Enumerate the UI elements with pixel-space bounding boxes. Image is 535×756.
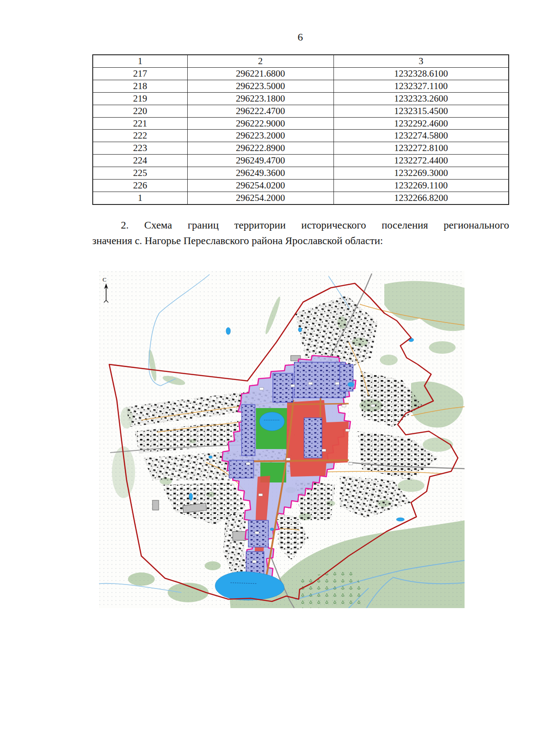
table-header: 1 [93,55,187,67]
table-header: 2 [187,55,333,67]
table-cell: 1232269.1100 [333,180,509,192]
table-row: 217296221.68001232328.6100 [93,67,509,80]
table-row: 224296249.47001232272.4400 [93,155,509,167]
caption-line: 2. Схема границ территории исторического… [92,217,509,233]
coordinates-table: 1 2 3 217296221.68001232328.6100 2182962… [92,54,509,205]
table-cell: 1232274.5800 [333,130,509,142]
table-header: 3 [333,55,509,67]
settlement-map-figure: С [99,271,465,608]
table-cell: 296222.9000 [187,117,333,130]
document-page: 6 1 2 3 217296221.68001232328.6100 21829… [0,0,535,756]
table-cell: 296254.0200 [187,180,333,192]
table-cell: 226 [93,180,187,192]
table-cell: 1232328.6100 [333,67,509,80]
table-cell: 1232327.1100 [333,80,509,92]
small-pond [226,327,230,335]
table-cell: 1232323.2600 [333,92,509,105]
table-row: 222296223.20001232274.5800 [93,130,509,142]
table-cell: 1232315.4500 [333,105,509,117]
table-header-row: 1 2 3 [93,55,509,67]
table-cell: 1232269.3000 [333,167,509,180]
table-cell: 296222.8900 [187,142,333,155]
table-row: 1296254.20001232266.8200 [93,192,509,204]
table-cell: 220 [93,105,187,117]
table-cell: 296223.2000 [187,130,333,142]
table-cell: 223 [93,142,187,155]
table-cell: 296223.1800 [187,92,333,105]
table-cell: 224 [93,155,187,167]
table-row: 220296222.47001232315.4500 [93,105,509,117]
caption-line: значения с. Нагорье Переславского района… [92,233,509,249]
table-cell: 296249.4700 [187,155,333,167]
table-cell: 296254.2000 [187,192,333,204]
table-cell: 296223.5000 [187,80,333,92]
table-cell: 218 [93,80,187,92]
table-row: 225296249.36001232269.3000 [93,167,509,180]
table-cell: 221 [93,117,187,130]
table-cell: 1232292.4600 [333,117,509,130]
table-cell: 219 [93,92,187,105]
map-caption: 2. Схема границ территории исторического… [92,217,509,249]
table-cell: 296249.3600 [187,167,333,180]
north-label: С [103,276,107,283]
park-pond [259,412,284,431]
table-cell: 1 [93,192,187,204]
table-cell: 296222.4700 [187,105,333,117]
table-cell: 296221.6800 [187,67,333,80]
table-row: 223296222.89001232272.8100 [93,142,509,155]
page-number: 6 [92,31,508,43]
table-cell: 1232272.8100 [333,142,509,155]
table-cell: 222 [93,130,187,142]
table-cell: 225 [93,167,187,180]
table-cell: 1232266.8200 [333,192,509,204]
table-cell: 217 [93,67,187,80]
table-cell: 1232272.4400 [333,155,509,167]
table-row: 218296223.50001232327.1100 [93,80,509,92]
table-row: 221296222.90001232292.4600 [93,117,509,130]
table-row: 226296254.02001232269.1100 [93,180,509,192]
table-row: 219296223.18001232323.2600 [93,92,509,105]
settlement-map: С [99,271,465,608]
